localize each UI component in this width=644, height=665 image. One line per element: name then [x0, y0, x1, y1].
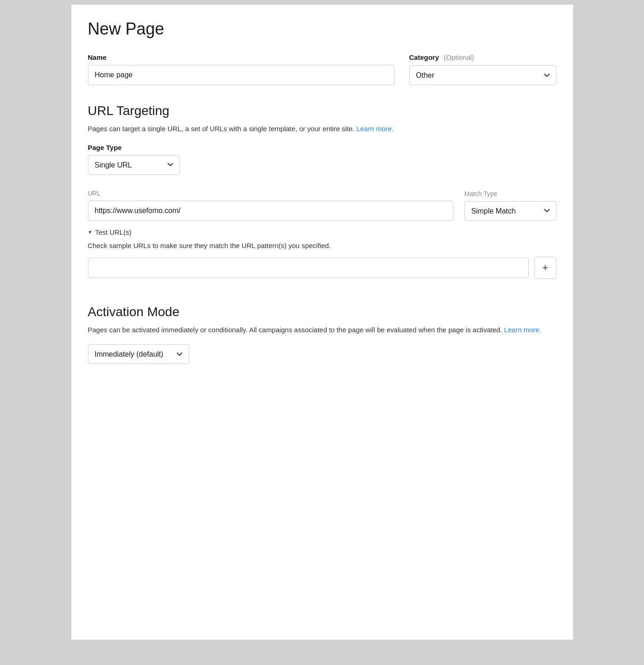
url-targeting-description: Pages can target a single URL, a set of …: [88, 124, 557, 134]
url-targeting-section: URL Targeting Pages can target a single …: [88, 104, 557, 279]
test-url-toggle-label: Test URL(s): [95, 228, 131, 236]
activation-mode-title: Activation Mode: [88, 305, 557, 319]
activation-desc-text: Pages can be activated immediately or co…: [88, 326, 502, 334]
activation-mode-description: Pages can be activated immediately or co…: [88, 325, 557, 335]
category-field-group: Category (Optional) Other Blog Landing P…: [409, 53, 557, 85]
category-optional: (Optional): [444, 53, 474, 61]
plus-icon: +: [542, 262, 548, 274]
match-type-select[interactable]: Simple Match Exact Match Regex Match: [464, 201, 557, 221]
match-type-group: Match Type Simple Match Exact Match Rege…: [464, 190, 557, 221]
url-targeting-title: URL Targeting: [88, 104, 557, 118]
url-input-group: URL: [88, 190, 453, 221]
page-type-group: Page Type Single URL URL Template Entire…: [88, 144, 557, 175]
category-label: Category: [409, 53, 439, 61]
name-category-section: Name Category (Optional) Other Blog Land…: [88, 53, 557, 85]
activation-learn-more[interactable]: Learn more.: [504, 326, 541, 334]
test-url-input-row: +: [88, 257, 557, 279]
url-label: URL: [88, 190, 453, 197]
page-type-label: Page Type: [88, 144, 557, 151]
url-targeting-learn-more[interactable]: Learn more.: [356, 125, 394, 133]
category-label-row: Category (Optional): [409, 53, 557, 62]
test-url-toggle[interactable]: ▼ Test URL(s): [88, 228, 557, 236]
triangle-icon: ▼: [88, 230, 93, 235]
name-label: Name: [88, 53, 395, 61]
activation-mode-section: Activation Mode Pages can be activated i…: [88, 305, 557, 364]
url-match-row: URL Match Type Simple Match Exact Match …: [88, 190, 557, 221]
page-type-select-wrapper: Single URL URL Template Entire Site: [88, 155, 180, 175]
match-type-label: Match Type: [464, 190, 557, 197]
url-input[interactable]: [88, 201, 453, 221]
activation-select-wrapper: Immediately (default) Manually Condition…: [88, 344, 189, 364]
page-type-select[interactable]: Single URL URL Template Entire Site: [88, 155, 180, 175]
activation-mode-select[interactable]: Immediately (default) Manually Condition…: [88, 344, 189, 364]
name-field-group: Name: [88, 53, 395, 85]
test-url-description: Check sample URLs to make sure they matc…: [88, 242, 557, 249]
page-container: New Page Name Category (Optional) Other …: [71, 5, 573, 640]
add-test-url-button[interactable]: +: [534, 257, 557, 279]
page-title: New Page: [88, 19, 557, 39]
url-targeting-desc-text: Pages can target a single URL, a set of …: [88, 125, 354, 133]
name-input[interactable]: [88, 65, 395, 85]
name-category-row: Name Category (Optional) Other Blog Land…: [88, 53, 557, 85]
category-select[interactable]: Other Blog Landing Page Product Checkout: [409, 65, 557, 85]
test-url-input[interactable]: [88, 258, 529, 278]
